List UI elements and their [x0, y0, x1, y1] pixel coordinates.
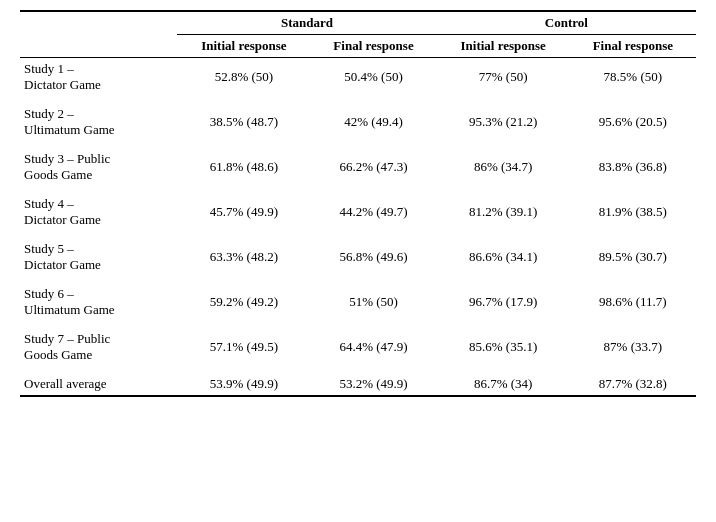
std-final-header: Final response — [310, 35, 436, 58]
control-header: Control — [437, 11, 696, 35]
cell-std_final: 44.2% (49.7) — [310, 193, 436, 231]
ctrl-initial-header: Initial response — [437, 35, 570, 58]
cell-std_final: 42% (49.4) — [310, 103, 436, 141]
cell-ctrl_initial: 86.7% (34) — [437, 373, 570, 396]
table-row: Study 7 – PublicGoods Game57.1% (49.5)64… — [20, 328, 696, 366]
table-row: Study 3 – PublicGoods Game61.8% (48.6)66… — [20, 148, 696, 186]
cell-ctrl_initial: 77% (50) — [437, 58, 570, 97]
cell-std_initial: 57.1% (49.5) — [177, 328, 310, 366]
cell-ctrl_final: 87.7% (32.8) — [570, 373, 696, 396]
cell-ctrl_initial: 86% (34.7) — [437, 148, 570, 186]
table-row: Overall average53.9% (49.9)53.2% (49.9)8… — [20, 373, 696, 396]
cell-std_initial: 45.7% (49.9) — [177, 193, 310, 231]
row-label: Study 5 –Dictator Game — [20, 238, 177, 276]
row-label: Study 2 –Ultimatum Game — [20, 103, 177, 141]
cell-std_initial: 63.3% (48.2) — [177, 238, 310, 276]
cell-std_final: 50.4% (50) — [310, 58, 436, 97]
spacer-row — [20, 321, 696, 328]
cell-ctrl_initial: 85.6% (35.1) — [437, 328, 570, 366]
cell-std_final: 53.2% (49.9) — [310, 373, 436, 396]
cell-ctrl_final: 98.6% (11.7) — [570, 283, 696, 321]
cell-std_final: 64.4% (47.9) — [310, 328, 436, 366]
cell-ctrl_final: 78.5% (50) — [570, 58, 696, 97]
row-label: Study 4 –Dictator Game — [20, 193, 177, 231]
cell-std_final: 51% (50) — [310, 283, 436, 321]
row-label: Overall average — [20, 373, 177, 396]
cell-std_initial: 52.8% (50) — [177, 58, 310, 97]
row-label: Study 3 – PublicGoods Game — [20, 148, 177, 186]
cell-ctrl_initial: 96.7% (17.9) — [437, 283, 570, 321]
table-row: Study 1 –Dictator Game52.8% (50)50.4% (5… — [20, 58, 696, 97]
spacer-row — [20, 141, 696, 148]
table-row: Study 4 –Dictator Game45.7% (49.9)44.2% … — [20, 193, 696, 231]
row-label: Study 7 – PublicGoods Game — [20, 328, 177, 366]
cell-ctrl_final: 87% (33.7) — [570, 328, 696, 366]
cell-std_initial: 61.8% (48.6) — [177, 148, 310, 186]
cell-std_initial: 59.2% (49.2) — [177, 283, 310, 321]
data-table: Standard Control Initial response Final … — [20, 10, 696, 397]
cell-ctrl_initial: 86.6% (34.1) — [437, 238, 570, 276]
spacer-row — [20, 96, 696, 103]
cell-ctrl_final: 89.5% (30.7) — [570, 238, 696, 276]
row-label: Study 6 –Ultimatum Game — [20, 283, 177, 321]
cell-std_initial: 53.9% (49.9) — [177, 373, 310, 396]
standard-header: Standard — [177, 11, 436, 35]
cell-ctrl_final: 83.8% (36.8) — [570, 148, 696, 186]
cell-ctrl_final: 95.6% (20.5) — [570, 103, 696, 141]
table-row: Study 5 –Dictator Game63.3% (48.2)56.8% … — [20, 238, 696, 276]
cell-std_initial: 38.5% (48.7) — [177, 103, 310, 141]
row-label: Study 1 –Dictator Game — [20, 58, 177, 97]
table-row: Study 2 –Ultimatum Game38.5% (48.7)42% (… — [20, 103, 696, 141]
cell-ctrl_final: 81.9% (38.5) — [570, 193, 696, 231]
spacer-row — [20, 186, 696, 193]
std-initial-header: Initial response — [177, 35, 310, 58]
spacer-row — [20, 231, 696, 238]
ctrl-final-header: Final response — [570, 35, 696, 58]
empty-subheader — [20, 35, 177, 58]
cell-ctrl_initial: 81.2% (39.1) — [437, 193, 570, 231]
cell-std_final: 56.8% (49.6) — [310, 238, 436, 276]
spacer-row — [20, 366, 696, 373]
cell-ctrl_initial: 95.3% (21.2) — [437, 103, 570, 141]
spacer-row — [20, 276, 696, 283]
table-row: Study 6 –Ultimatum Game59.2% (49.2)51% (… — [20, 283, 696, 321]
empty-header — [20, 11, 177, 35]
cell-std_final: 66.2% (47.3) — [310, 148, 436, 186]
